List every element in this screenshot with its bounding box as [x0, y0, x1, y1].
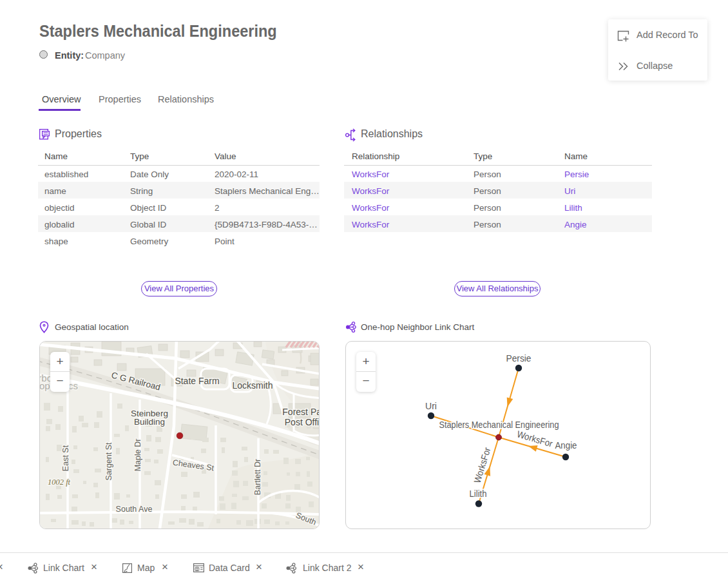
svg-text:Post Offic: Post Offic: [285, 417, 320, 427]
svg-text:Bartlett Dr: Bartlett Dr: [253, 459, 262, 495]
svg-text:Staplers Mechanical Engineerin: Staplers Mechanical Engineering: [439, 420, 559, 430]
svg-text:Angie: Angie: [555, 440, 577, 451]
svg-text:1002 ft: 1002 ft: [48, 478, 71, 487]
svg-text:Lilith: Lilith: [470, 489, 487, 499]
svg-text:WorksFor: WorksFor: [472, 446, 493, 484]
svg-text:Forest Par: Forest Par: [282, 407, 320, 417]
svg-text:South Ave: South Ave: [116, 505, 153, 514]
svg-text:Sargent St: Sargent St: [104, 442, 113, 481]
svg-text:Persie: Persie: [506, 353, 532, 364]
svg-text:Locksmith: Locksmith: [232, 380, 273, 391]
svg-text:Building: Building: [134, 417, 165, 427]
svg-text:East St: East St: [61, 445, 70, 471]
svg-text:Maple Dr: Maple Dr: [133, 439, 142, 472]
svg-text:State Farm: State Farm: [175, 376, 219, 386]
svg-text:Uri: Uri: [425, 401, 437, 411]
